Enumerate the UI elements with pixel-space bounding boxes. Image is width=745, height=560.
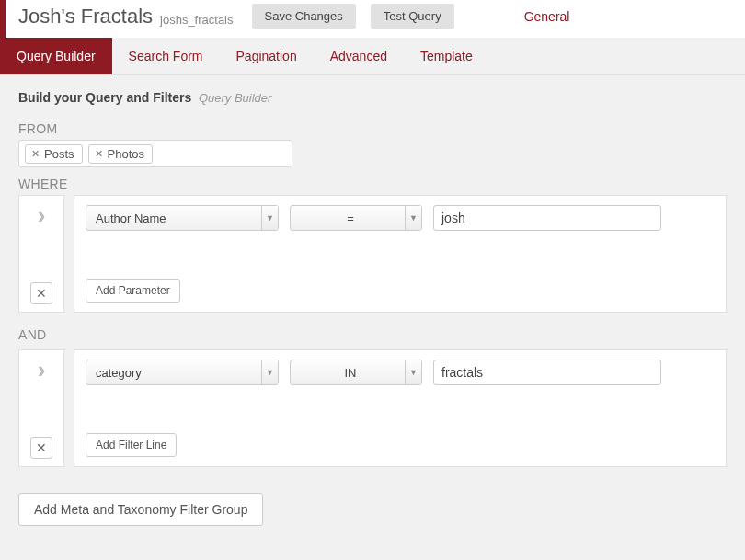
where-block: › ✕ Author Name ▼ = ▼ Add Parameter (18, 195, 727, 313)
from-keyword: FROM (18, 121, 727, 136)
test-query-button[interactable]: Test Query (371, 4, 454, 29)
where-body: Author Name ▼ = ▼ Add Parameter (74, 195, 727, 313)
add-meta-group-button[interactable]: Add Meta and Taxonomy Filter Group (18, 493, 263, 526)
token-posts: ✕ Posts (25, 144, 83, 164)
page-header: Josh's Fractals joshs_fractals Save Chan… (0, 0, 745, 38)
and-block: › ✕ category ▼ IN ▼ Add Filter Line (18, 349, 727, 467)
where-operator-value: = (347, 211, 354, 225)
and-operator-value: IN (345, 366, 357, 380)
token-label: Posts (44, 147, 74, 161)
and-row: category ▼ IN ▼ (86, 360, 715, 385)
tab-bar: Query Builder Search Form Pagination Adv… (0, 38, 745, 75)
where-field-value: Author Name (96, 211, 166, 225)
tab-pagination[interactable]: Pagination (220, 38, 314, 74)
chevron-right-icon[interactable]: › (38, 203, 46, 227)
where-keyword: WHERE (18, 177, 727, 191)
build-heading: Build your Query and Filters Query Build… (18, 90, 727, 105)
where-field-select[interactable]: Author Name ▼ (86, 205, 279, 231)
and-sidebar: › ✕ (18, 349, 64, 467)
where-sidebar: › ✕ (18, 195, 64, 313)
caret-down-icon: ▼ (261, 206, 278, 230)
where-value-input[interactable] (433, 205, 661, 231)
caret-down-icon: ▼ (261, 360, 278, 384)
chevron-right-icon[interactable]: › (38, 358, 46, 382)
remove-token-icon[interactable]: ✕ (95, 148, 103, 160)
tab-query-builder[interactable]: Query Builder (0, 38, 112, 74)
and-keyword: AND (18, 327, 727, 342)
from-token-input[interactable]: ✕ Posts ✕ Photos (18, 140, 292, 167)
remove-token-icon[interactable]: ✕ (31, 148, 40, 160)
caret-down-icon: ▼ (405, 206, 421, 230)
build-label: Build your Query and Filters (18, 90, 191, 105)
add-parameter-button[interactable]: Add Parameter (86, 279, 180, 303)
add-filter-line-button[interactable]: Add Filter Line (86, 433, 177, 457)
caret-down-icon: ▼ (405, 360, 421, 384)
and-field-select[interactable]: category ▼ (86, 360, 279, 385)
content-area: Build your Query and Filters Query Build… (0, 75, 745, 541)
and-operator-select[interactable]: IN ▼ (290, 360, 422, 385)
token-label: Photos (108, 147, 144, 161)
delete-where-button[interactable]: ✕ (30, 282, 52, 304)
and-field-value: category (96, 366, 142, 380)
and-value-input[interactable] (433, 360, 661, 385)
token-photos: ✕ Photos (88, 144, 153, 164)
delete-and-button[interactable]: ✕ (30, 437, 52, 459)
tab-template[interactable]: Template (404, 38, 489, 74)
and-body: category ▼ IN ▼ Add Filter Line (74, 349, 727, 467)
general-link[interactable]: General (524, 9, 570, 24)
where-row: Author Name ▼ = ▼ (86, 205, 715, 231)
page-slug: joshs_fractals (160, 13, 233, 27)
where-operator-select[interactable]: = ▼ (290, 205, 422, 231)
save-changes-button[interactable]: Save Changes (252, 4, 356, 29)
tab-advanced[interactable]: Advanced (314, 38, 404, 74)
build-sublabel: Query Builder (199, 91, 271, 105)
page-title: Josh's Fractals (18, 5, 153, 29)
tab-search-form[interactable]: Search Form (112, 38, 220, 74)
